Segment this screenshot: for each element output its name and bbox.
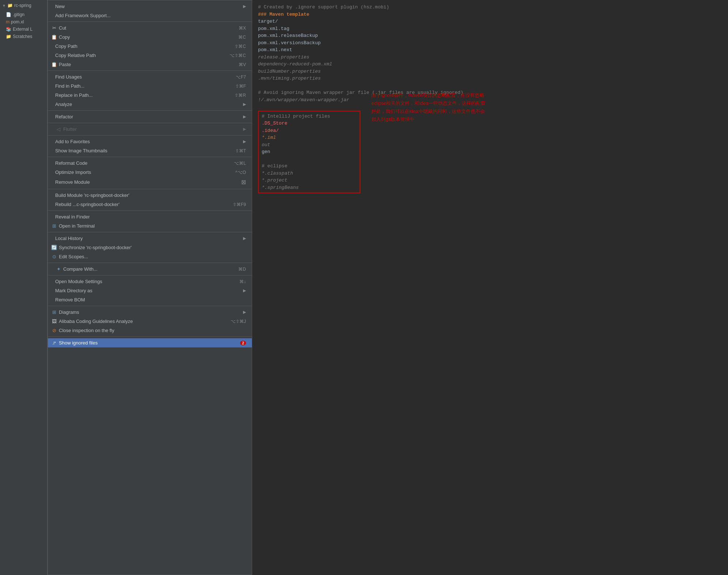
menu-item-open-terminal[interactable]: ⊞ Open in Terminal (48, 221, 252, 231)
scopes-icon: ⊙ (51, 254, 57, 259)
mark-dir-arrow-icon: ▶ (243, 288, 246, 293)
context-menu: New ▶ Add Framework Support... ✂ Cut ⌘X … (48, 0, 252, 575)
alibaba-icon: 🖼 (51, 319, 57, 324)
menu-section-ignored: .i* Show ignored files 2 (48, 337, 252, 349)
menu-section-flutter: ◁ Flutter ▶ (48, 123, 252, 136)
compare-icon: ✦ (55, 266, 62, 272)
menu-item-flutter[interactable]: ◁ Flutter ▶ (48, 125, 252, 134)
menu-item-build[interactable]: Build Module 'rc-springboot-docker' (48, 191, 252, 200)
menu-section-module: Open Module Settings ⌘↓ Mark Directory a… (48, 275, 252, 306)
menu-item-add-framework[interactable]: Add Framework Support... (48, 11, 252, 20)
menu-section-reveal: Reveal in Finder ⊞ Open in Terminal (48, 211, 252, 232)
menu-item-synchronize[interactable]: 🔄 Synchronize 'rc-springboot-docker' (48, 243, 252, 252)
external-icon: 📚 (6, 27, 11, 32)
menu-item-optimize[interactable]: Optimize Imports ^⌥O (48, 168, 252, 177)
sidebar-item-external[interactable]: 📚 External L (0, 26, 47, 33)
cut-icon: ✂ (51, 25, 57, 31)
scratches-icon: 📁 (6, 34, 11, 39)
sidebar-item-scratches-label: Scratches (13, 34, 32, 39)
menu-item-add-favorites[interactable]: Add to Favorites ▶ (48, 137, 252, 146)
menu-item-alibaba[interactable]: 🖼 Alibaba Coding Guidelines Analyze ⌥⇧⌘J (48, 317, 252, 326)
menu-section-plugins: ⊞ Diagrams ▶ 🖼 Alibaba Coding Guidelines… (48, 306, 252, 337)
sidebar-item-scratches[interactable]: 📁 Scratches (0, 33, 47, 40)
terminal-icon: ⊞ (51, 223, 57, 229)
menu-item-close-inspection[interactable]: ⊘ Close inspection on the fly (48, 326, 252, 335)
menu-item-refactor[interactable]: Refactor ▶ (48, 112, 252, 121)
menu-item-show-thumbnails[interactable]: Show Image Thumbnails ⇧⌘T (48, 146, 252, 155)
menu-item-show-ignored[interactable]: .i* Show ignored files 2 (48, 338, 252, 347)
menu-item-find-in-path[interactable]: Find in Path... ⇧⌘F (48, 81, 252, 91)
menu-section-build: Build Module 'rc-springboot-docker' Rebu… (48, 189, 252, 211)
menu-item-new[interactable]: New ▶ (48, 2, 252, 11)
sidebar-item-pom[interactable]: m pom.xl (0, 18, 47, 26)
menu-item-local-history[interactable]: Local History ▶ (48, 234, 252, 243)
annotation-text: 由于ignore插件，maven项目的忽略配置，并没有忽略eclipse相关的文… (371, 91, 488, 123)
paste-icon: 📋 (51, 62, 57, 67)
menu-section-refactor: Refactor ▶ (48, 111, 252, 123)
menu-item-replace-in-path[interactable]: Replace in Path... ⇧⌘R (48, 91, 252, 100)
menu-item-copy-relative[interactable]: Copy Relative Path ⌥⇧⌘C (48, 51, 252, 60)
menu-item-reveal-finder[interactable]: Reveal in Finder (48, 212, 252, 221)
sidebar-collapse-arrow: ▼ (2, 4, 6, 8)
ignored-badge: 2 (240, 341, 246, 345)
pom-icon: m (6, 19, 10, 24)
diagrams-icon: ⊞ (51, 309, 57, 315)
menu-item-reformat[interactable]: Reformat Code ⌥⌘L (48, 159, 252, 168)
code-editor: # Created by .ignore support plugin (hsz… (252, 0, 728, 575)
menu-section-history: Local History ▶ 🔄 Synchronize 'rc-spring… (48, 232, 252, 263)
gitignore-icon: 📄 (6, 12, 11, 17)
sidebar-item-external-label: External L (13, 27, 33, 32)
menu-item-open-module-settings[interactable]: Open Module Settings ⌘↓ (48, 277, 252, 286)
sidebar-item-gitignore-label: .gitign (13, 12, 24, 17)
sidebar-project-header[interactable]: ▼ 📁 rc-spring (0, 0, 47, 11)
close-inspection-icon: ⊘ (51, 328, 57, 333)
menu-item-diagrams[interactable]: ⊞ Diagrams ▶ (48, 308, 252, 317)
ignored-icon: .i* (51, 341, 57, 345)
sidebar-project-title: rc-spring (14, 3, 31, 8)
menu-section-clipboard: ✂ Cut ⌘X 📋 Copy ⌘C Copy Path ⇧⌘C Copy Re… (48, 22, 252, 71)
menu-item-edit-scopes[interactable]: ⊙ Edit Scopes... (48, 252, 252, 261)
menu-item-cut[interactable]: ✂ Cut ⌘X (48, 23, 252, 33)
menu-section-find: Find Usages ⌥F7 Find in Path... ⇧⌘F Repl… (48, 71, 252, 111)
history-arrow-icon: ▶ (243, 236, 246, 241)
diagrams-arrow-icon: ▶ (243, 310, 246, 315)
menu-item-find-usages[interactable]: Find Usages ⌥F7 (48, 72, 252, 81)
flutter-icon: ◁ (55, 126, 62, 132)
sidebar-item-pom-label: pom.xl (11, 19, 24, 24)
arrow-right-icon: ▶ (243, 4, 246, 9)
copy-icon: 📋 (51, 34, 57, 40)
sidebar: ▼ 📁 rc-spring 📄 .gitign m pom.xl 📚 Exter… (0, 0, 48, 575)
favorites-arrow-icon: ▶ (243, 139, 246, 144)
menu-item-compare[interactable]: ✦ Compare With... ⌘D (48, 264, 252, 274)
analyze-arrow-icon: ▶ (243, 102, 246, 107)
menu-item-copy-path[interactable]: Copy Path ⇧⌘C (48, 42, 252, 51)
menu-item-remove-module[interactable]: Remove Module ⊠ (48, 177, 252, 187)
menu-item-copy[interactable]: 📋 Copy ⌘C (48, 33, 252, 42)
menu-item-remove-bom[interactable]: Remove BOM (48, 295, 252, 304)
menu-item-rebuild[interactable]: Rebuild ...c-springboot-docker' ⇧⌘F9 (48, 200, 252, 209)
menu-item-mark-directory[interactable]: Mark Directory as ▶ (48, 286, 252, 295)
flutter-arrow-icon: ▶ (243, 127, 246, 132)
menu-section-code: Reformat Code ⌥⌘L Optimize Imports ^⌥O R… (48, 157, 252, 189)
refactor-arrow-icon: ▶ (243, 114, 246, 119)
menu-section-compare: ✦ Compare With... ⌘D (48, 263, 252, 275)
menu-section-favorites: Add to Favorites ▶ Show Image Thumbnails… (48, 136, 252, 157)
menu-item-paste[interactable]: 📋 Paste ⌘V (48, 60, 252, 69)
menu-item-analyze[interactable]: Analyze ▶ (48, 100, 252, 109)
menu-section-new: New ▶ Add Framework Support... (48, 0, 252, 22)
sidebar-item-gitignore[interactable]: 📄 .gitign (0, 11, 47, 18)
folder-icon: 📁 (7, 3, 13, 8)
sync-icon: 🔄 (51, 245, 57, 250)
